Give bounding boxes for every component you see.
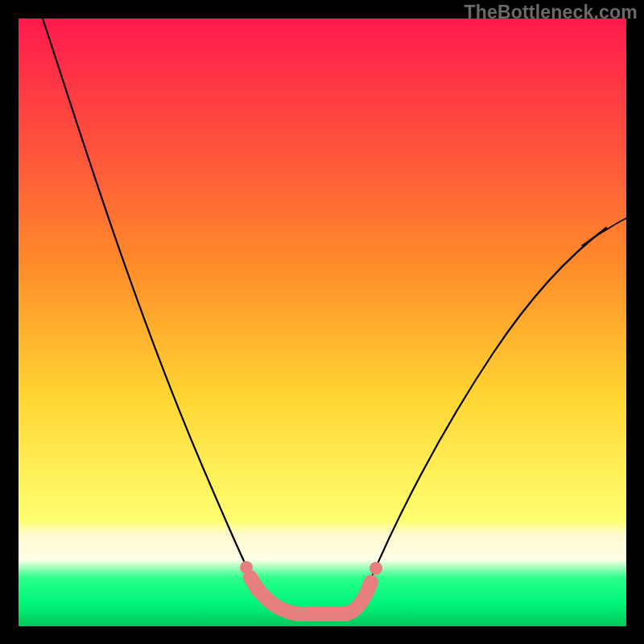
marker-dot: [240, 561, 253, 574]
curve-right: [369, 228, 606, 582]
marker-dot: [362, 579, 375, 592]
curve-left: [43, 19, 252, 578]
marker-dot: [369, 562, 382, 575]
marker-dot: [250, 584, 263, 597]
outer-frame: TheBottleneck.com: [0, 0, 644, 644]
curve-right-tail: [582, 218, 626, 246]
curve-overlay: [19, 19, 626, 626]
bottom-highlight-stroke: [250, 577, 371, 614]
